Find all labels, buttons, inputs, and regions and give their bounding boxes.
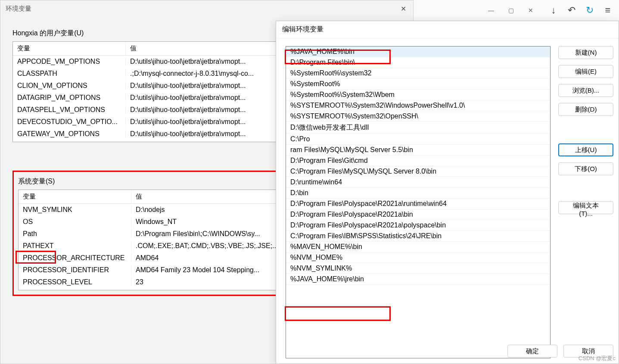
dialog-title-bar: 环境变量 ✕ [0, 0, 413, 17]
path-item[interactable]: D:\Program Files\bin\ [286, 57, 550, 68]
path-item[interactable]: C:\Pro [286, 134, 550, 145]
window-controls: — ▢ ✕ [481, 4, 541, 17]
path-item[interactable]: D:\runtime\win64 [286, 177, 550, 188]
path-item[interactable]: D:\Program Files\Polyspace\R2021a\runtim… [286, 199, 550, 209]
var-name: OS [19, 217, 131, 227]
path-item[interactable]: D:\Program Files\Polyspace\R2021a\polysp… [286, 220, 550, 231]
var-name: DATASPELL_VM_OPTIONS [13, 105, 126, 115]
menu-icon[interactable]: ≡ [600, 3, 616, 18]
path-item[interactable]: %SystemRoot%\system32 [286, 68, 550, 79]
app-extra-buttons: ↓ ↶ ↻ ≡ [546, 3, 616, 18]
var-name: NVM_SYMLINK [19, 205, 131, 215]
path-item[interactable]: %SystemRoot% [286, 79, 550, 90]
var-name: PROCESSOR_ARCHITECTURE [19, 253, 131, 263]
delete-button[interactable]: 删除(D) [558, 103, 613, 116]
close-button[interactable]: ✕ [393, 0, 413, 17]
path-item[interactable]: D:\微信web开发者工具\dll [286, 122, 550, 134]
path-item[interactable]: %JAVA_HOME%\bin [286, 47, 550, 57]
col-header-name[interactable]: 变量 [13, 42, 126, 55]
background-app-toolbar: — ▢ ✕ ↓ ↶ ↻ ≡ [417, 0, 619, 21]
edit-dialog-title-bar: 编辑环境变量 [276, 21, 619, 38]
edit-buttons-column: 新建(N) 编辑(E) 浏览(B)... 删除(D) 上移(U) 下移(O) 编… [558, 46, 613, 358]
var-name: DEVECOSTUDIO_VM_OPTIO... [13, 117, 126, 127]
download-icon[interactable]: ↓ [546, 3, 561, 18]
path-item[interactable]: %NVM_SYMLINK% [286, 263, 550, 274]
var-name: PATHEXT [19, 241, 131, 251]
var-name: CLION_VM_OPTIONS [13, 81, 126, 90]
path-list[interactable]: %JAVA_HOME%\binD:\Program Files\bin\%Sys… [286, 46, 551, 358]
var-name: PROCESSOR_LEVEL [19, 277, 131, 287]
edit-dialog-title: 编辑环境变量 [282, 25, 323, 34]
path-item[interactable]: C:\Program Files\MySQL\MySQL Server 8.0\… [286, 166, 550, 177]
move-down-button[interactable]: 下移(O) [558, 162, 613, 175]
path-item[interactable]: C:\Program Files\IBM\SPSS\Statistics\24\… [286, 231, 550, 242]
edit-env-var-dialog: 编辑环境变量 %JAVA_HOME%\binD:\Program Files\b… [276, 21, 619, 364]
new-button[interactable]: 新建(N) [558, 46, 613, 59]
edit-text-button[interactable]: 编辑文本(T)... [558, 201, 613, 214]
var-name: APPCODE_VM_OPTIONS [13, 57, 126, 66]
path-item[interactable]: %SYSTEMROOT%\System32\WindowsPowerShell\… [286, 100, 550, 111]
path-item[interactable]: ram Files\MySQL\MySQL Server 5.5\bin [286, 145, 550, 156]
dialog-title: 环境变量 [6, 5, 31, 13]
var-name: Path [19, 229, 131, 239]
edit-button[interactable]: 编辑(E) [558, 65, 613, 78]
path-item[interactable]: %SYSTEMROOT%\System32\OpenSSH\ [286, 111, 550, 122]
undo-icon[interactable]: ↶ [564, 3, 579, 18]
path-item[interactable]: %MAVEN_HOME%\bin [286, 242, 550, 252]
var-name: PROCESSOR_REVISION [19, 289, 131, 290]
path-item[interactable]: %NVM_HOME% [286, 252, 550, 263]
path-item[interactable]: %JAVA_HOME%\jre\bin [286, 274, 550, 285]
watermark: CSDN @宏夏c [579, 355, 616, 362]
var-name: PROCESSOR_IDENTIFIER [19, 265, 131, 275]
close-icon[interactable]: ✕ [521, 4, 541, 17]
path-item[interactable]: %SystemRoot%\System32\Wbem [286, 90, 550, 100]
path-item[interactable]: D:\Program Files\Polyspace\R2021a\bin [286, 209, 550, 220]
var-name: GATEWAY_VM_OPTIONS [13, 129, 126, 139]
var-name: DATAGRIP_VM_OPTIONS [13, 93, 126, 103]
var-name: GOLAND_VM_OPTIONS [13, 141, 126, 142]
var-name: CLASSPATH [13, 69, 126, 78]
minimize-icon[interactable]: — [481, 4, 501, 17]
browse-button[interactable]: 浏览(B)... [558, 84, 613, 97]
maximize-icon[interactable]: ▢ [501, 4, 521, 17]
col-header-name[interactable]: 变量 [19, 190, 131, 203]
path-item[interactable]: D:\Program Files\Git\cmd [286, 156, 550, 166]
move-up-button[interactable]: 上移(U) [558, 143, 613, 156]
ok-button[interactable]: 确定 [507, 345, 557, 358]
path-item[interactable]: D:\bin [286, 188, 550, 199]
sync-icon[interactable]: ↻ [582, 3, 597, 18]
